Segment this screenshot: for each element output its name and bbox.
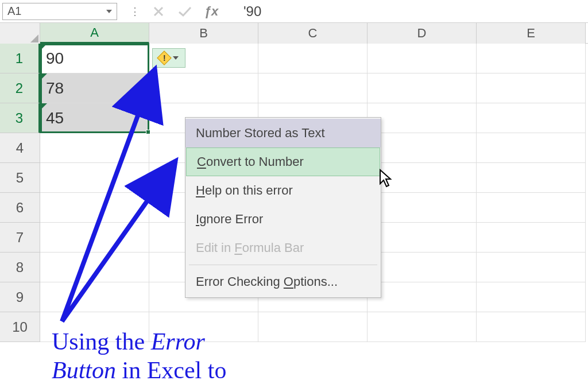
cell-c10[interactable] [258, 312, 368, 342]
row-2: 2 78 [0, 73, 588, 103]
cell-a6[interactable] [40, 193, 149, 223]
formula-input[interactable]: '90 [226, 3, 586, 20]
row-header-1[interactable]: 1 [0, 44, 40, 73]
cell-a7[interactable] [40, 223, 149, 253]
cell-e9[interactable] [477, 282, 586, 312]
row-header-7[interactable]: 7 [0, 223, 40, 253]
row-header-3[interactable]: 3 [0, 103, 40, 133]
cell-e6[interactable] [477, 193, 586, 223]
row-header-10[interactable]: 10 [0, 312, 40, 342]
formula-value: '90 [243, 3, 261, 20]
fx-icon[interactable]: ƒx [200, 3, 223, 20]
row-header-4[interactable]: 4 [0, 133, 40, 163]
worksheet: A B C D E 1 90 2 78 3 45 [0, 23, 588, 342]
chevron-down-icon [106, 10, 112, 13]
cell-d1[interactable] [368, 44, 477, 73]
row-header-9[interactable]: 9 [0, 282, 40, 312]
select-all-corner[interactable] [0, 23, 40, 44]
row-header-2[interactable]: 2 [0, 73, 40, 103]
cell-b2[interactable] [149, 73, 258, 103]
column-header-c[interactable]: C [258, 23, 368, 44]
name-box[interactable]: A1 [2, 3, 117, 20]
accept-formula-button [173, 3, 196, 20]
text-number-indicator-icon [40, 44, 47, 51]
menu-item-convert-to-number[interactable]: Convert to Number [186, 148, 380, 176]
cell-c2[interactable] [258, 73, 368, 103]
select-all-triangle-icon [30, 34, 38, 42]
cell-a2[interactable]: 78 [40, 73, 149, 103]
annotation-text: Using the Error Button in Excel to [52, 327, 226, 385]
text-number-indicator-icon [40, 103, 47, 110]
cell-e5[interactable] [477, 163, 586, 193]
cell-a4[interactable] [40, 133, 149, 163]
cell-e1[interactable] [477, 44, 586, 73]
error-options-menu: Number Stored as Text Convert to Number … [185, 117, 381, 298]
cancel-formula-button [147, 3, 170, 20]
cell-e4[interactable] [477, 133, 586, 163]
cell-e8[interactable] [477, 253, 586, 282]
cell-d2[interactable] [368, 73, 477, 103]
menu-item-error-checking-options[interactable]: Error Checking Options... [185, 267, 381, 296]
menu-item-help-on-error[interactable]: Help on this error [185, 176, 381, 205]
name-box-value: A1 [7, 5, 21, 18]
cell-d7[interactable] [368, 223, 477, 253]
cell-e7[interactable] [477, 223, 586, 253]
cell-d10[interactable] [368, 312, 477, 342]
cell-a3[interactable]: 45 [40, 103, 149, 133]
warning-icon: ! [157, 51, 171, 65]
chevron-down-icon [173, 56, 179, 60]
cell-d9[interactable] [368, 282, 477, 312]
cell-a5[interactable] [40, 163, 149, 193]
column-header-e[interactable]: E [477, 23, 586, 44]
cell-c1[interactable] [258, 44, 368, 73]
cell-a8[interactable] [40, 253, 149, 282]
cell-d4[interactable] [368, 133, 477, 163]
menu-item-edit-formula-bar: Edit in Formula Bar [185, 234, 381, 262]
text-number-indicator-icon [40, 73, 47, 80]
error-indicator-button[interactable]: ! [152, 48, 185, 68]
column-header-a[interactable]: A [40, 23, 149, 44]
menu-title: Number Stored as Text [185, 119, 381, 148]
cell-d6[interactable] [368, 193, 477, 223]
column-header-b[interactable]: B [149, 23, 258, 44]
row-header-8[interactable]: 8 [0, 253, 40, 282]
formula-bar: A1 ⋮ ƒx '90 [0, 0, 588, 23]
cell-e3[interactable] [477, 103, 586, 133]
row-header-5[interactable]: 5 [0, 163, 40, 193]
row-header-6[interactable]: 6 [0, 193, 40, 223]
cell-d3[interactable] [368, 103, 477, 133]
column-header-d[interactable]: D [368, 23, 477, 44]
row-1: 1 90 [0, 44, 588, 73]
vertical-dots-icon[interactable]: ⋮ [126, 5, 144, 18]
menu-item-ignore-error[interactable]: Ignore Error [185, 205, 381, 234]
cell-a1[interactable]: 90 [40, 44, 149, 73]
column-headers: A B C D E [0, 23, 588, 44]
cell-d8[interactable] [368, 253, 477, 282]
cell-a9[interactable] [40, 282, 149, 312]
cell-e2[interactable] [477, 73, 586, 103]
cell-e10[interactable] [477, 312, 586, 342]
mouse-cursor-icon [379, 169, 394, 191]
menu-separator [189, 265, 377, 265]
